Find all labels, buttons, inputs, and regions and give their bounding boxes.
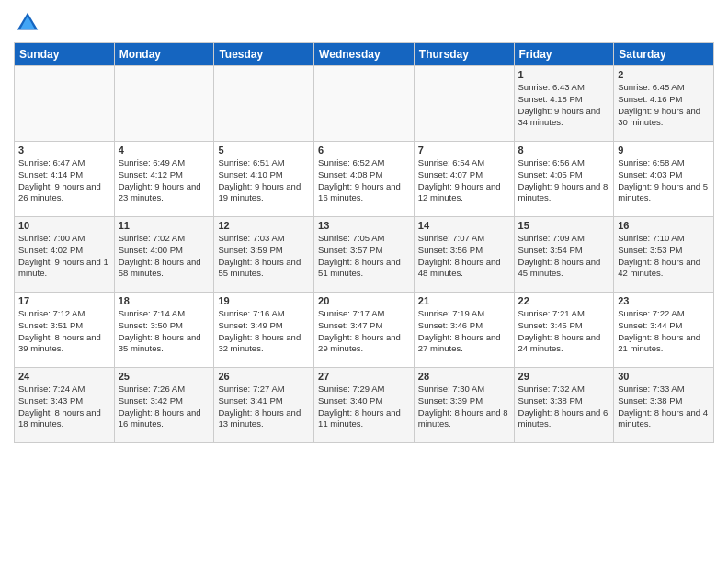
day-cell: 30Sunrise: 7:33 AM Sunset: 3:38 PM Dayli…	[614, 368, 714, 443]
day-cell: 13Sunrise: 7:05 AM Sunset: 3:57 PM Dayli…	[314, 217, 415, 293]
day-cell: 1Sunrise: 6:43 AM Sunset: 4:18 PM Daylig…	[514, 66, 614, 142]
day-info: Sunrise: 7:26 AM Sunset: 3:42 PM Dayligh…	[119, 384, 201, 429]
day-cell: 25Sunrise: 7:26 AM Sunset: 3:42 PM Dayli…	[114, 368, 214, 443]
day-number: 9	[618, 144, 710, 155]
day-info: Sunrise: 7:24 AM Sunset: 3:43 PM Dayligh…	[18, 384, 101, 429]
day-header-saturday: Saturday	[614, 43, 714, 66]
day-header-tuesday: Tuesday	[214, 43, 314, 66]
day-number: 13	[318, 220, 410, 231]
day-number: 18	[119, 295, 210, 306]
day-info: Sunrise: 6:58 AM Sunset: 4:03 PM Dayligh…	[618, 157, 708, 202]
calendar: SundayMondayTuesdayWednesdayThursdayFrid…	[14, 42, 714, 443]
day-cell: 27Sunrise: 7:29 AM Sunset: 3:40 PM Dayli…	[314, 368, 415, 443]
day-header-sunday: Sunday	[15, 43, 115, 66]
calendar-header-row: SundayMondayTuesdayWednesdayThursdayFrid…	[15, 43, 714, 66]
day-number: 21	[418, 295, 510, 306]
logo	[14, 9, 45, 37]
day-number: 12	[218, 220, 310, 231]
day-info: Sunrise: 6:49 AM Sunset: 4:12 PM Dayligh…	[119, 157, 201, 202]
day-info: Sunrise: 6:51 AM Sunset: 4:10 PM Dayligh…	[218, 157, 301, 202]
day-number: 28	[418, 371, 510, 382]
day-info: Sunrise: 7:27 AM Sunset: 3:41 PM Dayligh…	[218, 384, 301, 429]
day-info: Sunrise: 7:07 AM Sunset: 3:56 PM Dayligh…	[418, 233, 501, 278]
day-info: Sunrise: 7:30 AM Sunset: 3:39 PM Dayligh…	[418, 384, 508, 429]
day-header-wednesday: Wednesday	[314, 43, 415, 66]
day-number: 16	[618, 220, 710, 231]
day-info: Sunrise: 7:19 AM Sunset: 3:46 PM Dayligh…	[418, 308, 501, 353]
day-number: 19	[218, 295, 310, 306]
week-row-3: 10Sunrise: 7:00 AM Sunset: 4:02 PM Dayli…	[15, 217, 714, 293]
day-cell: 24Sunrise: 7:24 AM Sunset: 3:43 PM Dayli…	[15, 368, 115, 443]
day-info: Sunrise: 7:03 AM Sunset: 3:59 PM Dayligh…	[218, 233, 301, 278]
day-cell: 21Sunrise: 7:19 AM Sunset: 3:46 PM Dayli…	[414, 293, 514, 368]
day-info: Sunrise: 7:32 AM Sunset: 3:38 PM Dayligh…	[518, 384, 609, 429]
week-row-5: 24Sunrise: 7:24 AM Sunset: 3:43 PM Dayli…	[15, 368, 714, 443]
day-info: Sunrise: 6:56 AM Sunset: 4:05 PM Dayligh…	[518, 157, 609, 202]
day-cell: 6Sunrise: 6:52 AM Sunset: 4:08 PM Daylig…	[314, 142, 415, 217]
day-cell: 28Sunrise: 7:30 AM Sunset: 3:39 PM Dayli…	[414, 368, 514, 443]
day-cell: 15Sunrise: 7:09 AM Sunset: 3:54 PM Dayli…	[514, 217, 614, 293]
day-cell: 16Sunrise: 7:10 AM Sunset: 3:53 PM Dayli…	[614, 217, 714, 293]
day-info: Sunrise: 7:14 AM Sunset: 3:50 PM Dayligh…	[119, 308, 201, 353]
day-info: Sunrise: 7:10 AM Sunset: 3:53 PM Dayligh…	[618, 233, 700, 278]
day-number: 10	[18, 220, 110, 231]
day-cell: 5Sunrise: 6:51 AM Sunset: 4:10 PM Daylig…	[214, 142, 314, 217]
day-cell: 22Sunrise: 7:21 AM Sunset: 3:45 PM Dayli…	[514, 293, 614, 368]
day-cell: 11Sunrise: 7:02 AM Sunset: 4:00 PM Dayli…	[114, 217, 214, 293]
day-cell: 9Sunrise: 6:58 AM Sunset: 4:03 PM Daylig…	[614, 142, 714, 217]
day-number: 24	[18, 371, 110, 382]
week-row-2: 3Sunrise: 6:47 AM Sunset: 4:14 PM Daylig…	[15, 142, 714, 217]
day-cell: 29Sunrise: 7:32 AM Sunset: 3:38 PM Dayli…	[514, 368, 614, 443]
day-number: 23	[618, 295, 710, 306]
day-cell: 23Sunrise: 7:22 AM Sunset: 3:44 PM Dayli…	[614, 293, 714, 368]
day-info: Sunrise: 7:17 AM Sunset: 3:47 PM Dayligh…	[318, 308, 401, 353]
logo-icon	[14, 9, 41, 37]
day-number: 22	[518, 295, 610, 306]
day-number: 11	[119, 220, 210, 231]
day-cell: 14Sunrise: 7:07 AM Sunset: 3:56 PM Dayli…	[414, 217, 514, 293]
day-number: 29	[518, 371, 610, 382]
week-row-1: 1Sunrise: 6:43 AM Sunset: 4:18 PM Daylig…	[15, 66, 714, 142]
day-info: Sunrise: 7:33 AM Sunset: 3:38 PM Dayligh…	[618, 384, 708, 429]
day-number: 27	[318, 371, 410, 382]
day-info: Sunrise: 6:54 AM Sunset: 4:07 PM Dayligh…	[418, 157, 501, 202]
day-info: Sunrise: 7:16 AM Sunset: 3:49 PM Dayligh…	[218, 308, 301, 353]
day-number: 2	[618, 69, 710, 80]
day-number: 30	[618, 371, 710, 382]
day-number: 4	[119, 144, 210, 155]
day-number: 5	[218, 144, 310, 155]
day-number: 6	[318, 144, 410, 155]
day-info: Sunrise: 6:45 AM Sunset: 4:16 PM Dayligh…	[618, 82, 700, 127]
day-cell: 17Sunrise: 7:12 AM Sunset: 3:51 PM Dayli…	[15, 293, 115, 368]
day-number: 1	[518, 69, 610, 80]
day-cell	[414, 66, 514, 142]
day-number: 15	[518, 220, 610, 231]
day-cell	[15, 66, 115, 142]
day-info: Sunrise: 7:09 AM Sunset: 3:54 PM Dayligh…	[518, 233, 601, 278]
day-cell: 20Sunrise: 7:17 AM Sunset: 3:47 PM Dayli…	[314, 293, 415, 368]
day-header-monday: Monday	[114, 43, 214, 66]
day-cell: 26Sunrise: 7:27 AM Sunset: 3:41 PM Dayli…	[214, 368, 314, 443]
day-cell: 2Sunrise: 6:45 AM Sunset: 4:16 PM Daylig…	[614, 66, 714, 142]
day-number: 8	[518, 144, 610, 155]
day-info: Sunrise: 7:02 AM Sunset: 4:00 PM Dayligh…	[119, 233, 201, 278]
day-info: Sunrise: 7:05 AM Sunset: 3:57 PM Dayligh…	[318, 233, 401, 278]
day-number: 25	[119, 371, 210, 382]
day-cell: 19Sunrise: 7:16 AM Sunset: 3:49 PM Dayli…	[214, 293, 314, 368]
day-number: 7	[418, 144, 510, 155]
day-cell: 10Sunrise: 7:00 AM Sunset: 4:02 PM Dayli…	[15, 217, 115, 293]
day-info: Sunrise: 6:43 AM Sunset: 4:18 PM Dayligh…	[518, 82, 601, 127]
day-number: 20	[318, 295, 410, 306]
day-cell	[314, 66, 415, 142]
day-header-thursday: Thursday	[414, 43, 514, 66]
day-cell: 4Sunrise: 6:49 AM Sunset: 4:12 PM Daylig…	[114, 142, 214, 217]
day-cell	[114, 66, 214, 142]
day-info: Sunrise: 6:47 AM Sunset: 4:14 PM Dayligh…	[18, 157, 101, 202]
day-info: Sunrise: 7:00 AM Sunset: 4:02 PM Dayligh…	[18, 233, 108, 278]
day-number: 26	[218, 371, 310, 382]
day-cell: 8Sunrise: 6:56 AM Sunset: 4:05 PM Daylig…	[514, 142, 614, 217]
page: SundayMondayTuesdayWednesdayThursdayFrid…	[0, 0, 728, 453]
day-cell: 18Sunrise: 7:14 AM Sunset: 3:50 PM Dayli…	[114, 293, 214, 368]
day-cell: 12Sunrise: 7:03 AM Sunset: 3:59 PM Dayli…	[214, 217, 314, 293]
week-row-4: 17Sunrise: 7:12 AM Sunset: 3:51 PM Dayli…	[15, 293, 714, 368]
